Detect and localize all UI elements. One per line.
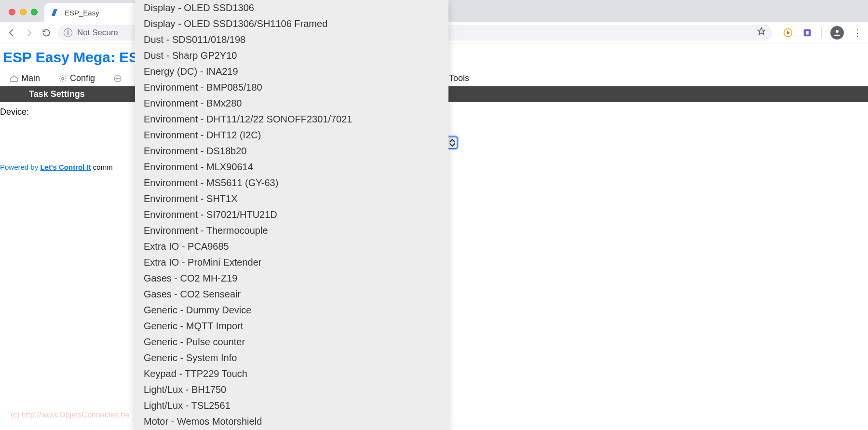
- profile-avatar-icon[interactable]: [830, 26, 844, 40]
- tab-title: ESP_Easy: [65, 9, 99, 17]
- dropdown-option[interactable]: Display - OLED SSD1306/SH1106 Framed: [135, 16, 448, 32]
- dropdown-option[interactable]: Environment - BMx280: [135, 95, 448, 111]
- dropdown-option[interactable]: Environment - SI7021/HTU21D: [135, 207, 448, 223]
- nav-forward-button[interactable]: [23, 27, 35, 39]
- window-zoom-button[interactable]: [31, 9, 38, 15]
- dropdown-option[interactable]: Environment - MS5611 (GY-63): [135, 175, 448, 191]
- tab-main[interactable]: Main: [10, 73, 40, 83]
- svg-point-7: [116, 78, 117, 79]
- dropdown-option[interactable]: Generic - Pulse counter: [135, 334, 448, 350]
- tab-config[interactable]: Config: [58, 73, 95, 83]
- tab-tools[interactable]: Tools: [449, 73, 469, 83]
- chat-icon: [113, 74, 122, 83]
- window-controls: [9, 9, 38, 15]
- device-dropdown[interactable]: Display - OLED SSD1306Display - OLED SSD…: [135, 0, 448, 430]
- window-minimize-button[interactable]: [20, 9, 27, 15]
- dropdown-option[interactable]: Generic - Dummy Device: [135, 302, 448, 318]
- svg-marker-1: [787, 31, 790, 34]
- dropdown-option[interactable]: Keypad - TTP229 Touch: [135, 366, 448, 382]
- svg-rect-3: [806, 31, 809, 34]
- dropdown-option[interactable]: Gases - CO2 MH-Z19: [135, 270, 448, 286]
- not-secure-label: Not Secure: [77, 28, 118, 38]
- toolbar-right-icons: ⋮: [783, 26, 862, 40]
- dropdown-option[interactable]: Light/Lux - BH1750: [135, 382, 448, 398]
- dropdown-option[interactable]: Environment - DHT12 (I2C): [135, 127, 448, 143]
- tab-tools-label: Tools: [449, 73, 469, 83]
- dropdown-option[interactable]: Environment - BMP085/180: [135, 80, 448, 95]
- dropdown-option[interactable]: Generic - MQTT Import: [135, 318, 448, 334]
- window-close-button[interactable]: [9, 9, 15, 15]
- site-info-icon[interactable]: i: [64, 28, 72, 37]
- dropdown-option[interactable]: Dust - Sharp GP2Y10: [135, 48, 448, 64]
- credits-suffix: comm: [93, 163, 113, 171]
- nav-back-button[interactable]: [6, 27, 17, 39]
- tab-hidden-icon[interactable]: [113, 74, 122, 83]
- dropdown-option[interactable]: Gases - CO2 Senseair: [135, 286, 448, 302]
- dropdown-option[interactable]: Motor - Wemos Motorshield: [135, 414, 448, 430]
- device-select-stepper[interactable]: [447, 136, 458, 149]
- dropdown-option[interactable]: Environment - DS18b20: [135, 143, 448, 159]
- dropdown-option[interactable]: Environment - MLX90614: [135, 159, 448, 175]
- bookmark-star-icon[interactable]: [757, 27, 766, 39]
- tab-favicon: [51, 8, 60, 17]
- extension-purple-icon[interactable]: [802, 27, 813, 38]
- dropdown-option[interactable]: Light/Lux - TSL2561: [135, 398, 448, 414]
- gear-icon: [58, 74, 67, 83]
- dropdown-option[interactable]: Environment - SHT1X: [135, 191, 448, 207]
- dropdown-option[interactable]: Display - OLED SSD1306: [135, 0, 448, 16]
- dropdown-option[interactable]: Extra IO - ProMini Extender: [135, 255, 448, 270]
- credits-prefix: Powered by: [0, 163, 38, 171]
- svg-point-4: [836, 30, 839, 33]
- section-header-text: Task Settings: [0, 89, 85, 99]
- dropdown-option[interactable]: Environment - Thermocouple: [135, 223, 448, 239]
- nav-reload-button[interactable]: [41, 27, 52, 39]
- dropdown-option[interactable]: Environment - DHT11/12/22 SONOFF2301/702…: [135, 111, 448, 127]
- svg-point-8: [117, 78, 118, 79]
- svg-point-9: [119, 78, 120, 79]
- browser-menu-button[interactable]: ⋮: [853, 27, 862, 39]
- extension-media-icon[interactable]: [783, 27, 793, 38]
- dropdown-option[interactable]: Generic - System Info: [135, 350, 448, 366]
- dropdown-option[interactable]: Energy (DC) - INA219: [135, 64, 448, 80]
- dropdown-option[interactable]: Dust - SDS011/018/198: [135, 32, 448, 48]
- home-icon: [10, 74, 18, 83]
- dropdown-option[interactable]: Extra IO - PCA9685: [135, 239, 448, 255]
- tab-main-label: Main: [21, 73, 40, 83]
- device-label: Device:: [0, 107, 118, 117]
- tab-config-label: Config: [70, 73, 95, 83]
- toolbar-divider: [821, 27, 822, 38]
- watermark: (c) http://www.ObjetsConnectes.be: [11, 411, 129, 419]
- svg-point-5: [62, 77, 64, 80]
- credits-link[interactable]: Let's Control It: [40, 163, 91, 171]
